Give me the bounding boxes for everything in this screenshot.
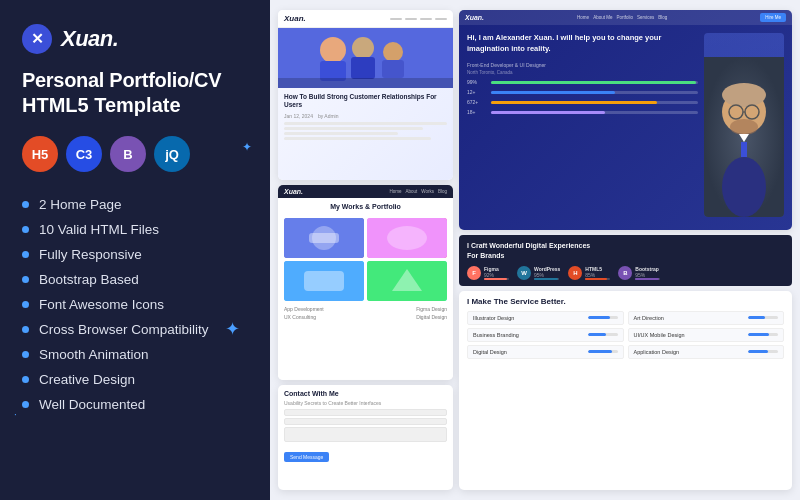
contact-field-email bbox=[284, 418, 447, 425]
feature-fa-icons: Font Awesome Icons bbox=[22, 292, 248, 317]
feature-documented: Well Documented bbox=[22, 392, 248, 417]
hero-stat-bar-bg-3 bbox=[491, 101, 698, 104]
contact-submit-btn[interactable]: Send Message bbox=[284, 452, 329, 462]
feature-dot-icon bbox=[22, 276, 29, 283]
hero-stat-label-1: 99% bbox=[467, 79, 487, 85]
hero-stat-label-2: 12+ bbox=[467, 89, 487, 95]
blog-logo: Xuan. bbox=[284, 14, 306, 23]
portfolio-inner: Xuan. Home About Works Blog My Works & P… bbox=[278, 185, 453, 380]
svg-point-20 bbox=[722, 83, 766, 107]
hero-nav-portfolio: Portfolio bbox=[616, 15, 633, 20]
html5-info: HTML5 85% bbox=[585, 266, 610, 280]
hero-stat-bar-bg-4 bbox=[491, 111, 698, 114]
contact-preview-card: Contact With Me Usability Secrets to Cre… bbox=[278, 385, 453, 490]
brand-figma: F Figma 92% bbox=[467, 266, 509, 280]
craft-title: I Craft Wonderful Digital Experiences Fo… bbox=[467, 241, 784, 261]
hero-stat-3: 672+ bbox=[467, 99, 698, 105]
service-fill-uiux bbox=[748, 333, 769, 336]
service-col-right: Art Direction UI/UX Mobile Design Applic… bbox=[628, 311, 785, 359]
hero-nav-blog: Blog bbox=[658, 15, 667, 20]
hero-cta-button[interactable]: Hire Me bbox=[760, 13, 786, 22]
contact-field-name bbox=[284, 409, 447, 416]
bootstrap-bar-fill bbox=[635, 278, 659, 280]
feature-dot-icon bbox=[22, 226, 29, 233]
hero-stat-label-3: 672+ bbox=[467, 99, 487, 105]
service-fill-art bbox=[748, 316, 765, 319]
html5-bar-bg bbox=[585, 278, 610, 280]
html5-icon: H bbox=[568, 266, 582, 280]
feature-label: Fully Responsive bbox=[39, 247, 142, 262]
service-label-digital: Digital Design bbox=[473, 349, 507, 355]
blog-preview-card: Xuan. bbox=[278, 10, 453, 180]
people-svg bbox=[278, 28, 453, 88]
hero-text: Hi, I am Alexander Xuan. I will help you… bbox=[467, 33, 698, 217]
service-bar-branding bbox=[588, 333, 618, 336]
feature-2-home: 2 Home Page bbox=[22, 192, 248, 217]
person-svg bbox=[704, 57, 784, 217]
service-row-app: Application Design bbox=[628, 345, 785, 359]
css3-badge: C3 bbox=[66, 136, 102, 172]
feature-dot-icon bbox=[22, 201, 29, 208]
port-nav-works: Works bbox=[421, 189, 434, 194]
blog-lines bbox=[284, 122, 447, 140]
wordpress-icon: W bbox=[517, 266, 531, 280]
feature-label: Smooth Animation bbox=[39, 347, 149, 362]
hero-location: North Toronto, Canada bbox=[467, 70, 698, 75]
service-row-art: Art Direction bbox=[628, 311, 785, 325]
features-list: 2 Home Page 10 Valid HTML Files Fully Re… bbox=[22, 192, 248, 417]
portfolio-grid bbox=[278, 215, 453, 304]
sparkle-decoration-1: ✦ bbox=[242, 140, 252, 154]
hero-stat-label-4: 18+ bbox=[467, 109, 487, 115]
blog-meta: Jan 12, 2024 by Admin bbox=[284, 113, 447, 119]
service-preview-card: I Make The Service Better. Illustrator D… bbox=[459, 291, 792, 490]
wordpress-pct: 95% bbox=[534, 272, 560, 278]
preview-left-column: Xuan. bbox=[278, 10, 453, 490]
portfolio-header: Xuan. Home About Works Blog bbox=[278, 185, 453, 198]
bootstrap-bar-bg bbox=[635, 278, 660, 280]
portfolio-logo: Xuan. bbox=[284, 188, 303, 195]
preview-right-column: Xuan. Home About Me Portfolio Services B… bbox=[459, 10, 792, 490]
service-fill-digital bbox=[588, 350, 612, 353]
sparkle-decoration-2: ✦ bbox=[225, 318, 240, 340]
wordpress-label: WordPress bbox=[534, 266, 560, 272]
hero-role: Front-End Developer & UI Designer bbox=[467, 62, 698, 68]
product-title-block: Personal Portfolio/CV HTML5 Template bbox=[22, 68, 248, 118]
service-label-uiux: UI/UX Mobile Design bbox=[634, 332, 685, 338]
figma-bar-bg bbox=[484, 278, 509, 280]
feature-dot-icon bbox=[22, 301, 29, 308]
svg-point-18 bbox=[722, 157, 766, 217]
hero-nav: Home About Me Portfolio Services Blog bbox=[577, 15, 667, 20]
hero-nav-services: Services bbox=[637, 15, 654, 20]
figma-info: Figma 92% bbox=[484, 266, 509, 280]
feature-label: Well Documented bbox=[39, 397, 145, 412]
blog-title: How To Build Strong Customer Relationshi… bbox=[284, 93, 447, 110]
product-title-line1: Personal Portfolio/CV bbox=[22, 68, 248, 93]
service-label-art: Art Direction bbox=[634, 315, 664, 321]
feature-label: 10 Valid HTML Files bbox=[39, 222, 159, 237]
contact-field-message bbox=[284, 427, 447, 442]
bootstrap-info: Bootstrap 95% bbox=[635, 266, 660, 280]
hero-nav-about: About Me bbox=[593, 15, 612, 20]
service-row-branding: Business Branding bbox=[467, 328, 624, 342]
logo-text: Xuan. bbox=[61, 26, 118, 52]
feature-dot-icon bbox=[22, 326, 29, 333]
wordpress-info: WordPress 95% bbox=[534, 266, 560, 280]
figma-bar-fill bbox=[484, 278, 507, 280]
port-nav-home: Home bbox=[390, 189, 402, 194]
svg-rect-7 bbox=[278, 78, 453, 88]
hero-info: Front-End Developer & UI Designer North … bbox=[467, 62, 698, 75]
product-title-line2: HTML5 Template bbox=[22, 93, 248, 118]
wordpress-bar-bg bbox=[534, 278, 559, 280]
hero-stat-bar-bg-2 bbox=[491, 91, 698, 94]
feature-label: Creative Design bbox=[39, 372, 135, 387]
hero-stat-fill-2 bbox=[491, 91, 615, 94]
bootstrap-circle-icon: B bbox=[618, 266, 632, 280]
feature-animation: Smooth Animation bbox=[22, 342, 248, 367]
bootstrap-label: Bootstrap bbox=[635, 266, 660, 272]
port-label-3: UX Consulting bbox=[284, 314, 316, 320]
svg-point-5 bbox=[383, 42, 403, 62]
feature-creative: Creative Design bbox=[22, 367, 248, 392]
feature-label: Bootstrap Based bbox=[39, 272, 139, 287]
craft-section: I Craft Wonderful Digital Experiences Fo… bbox=[459, 235, 792, 286]
hero-stats: 99% 12+ bbox=[467, 79, 698, 115]
